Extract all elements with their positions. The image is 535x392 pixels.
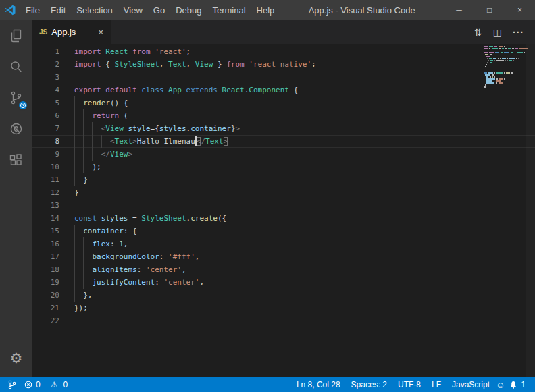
code-token: backgroundColor: [92, 252, 159, 261]
more-actions-icon[interactable]: ···: [509, 27, 528, 38]
line-content: justifyContent: 'center',: [74, 276, 535, 289]
minimap-line: [484, 76, 524, 78]
code-line-1[interactable]: 1import React from 'react';: [32, 45, 535, 58]
line-number[interactable]: 11: [32, 173, 59, 186]
line-number[interactable]: 17: [32, 250, 59, 263]
line-content: });: [74, 302, 535, 314]
notifications-bell[interactable]: 1: [507, 380, 528, 389]
line-number[interactable]: 9: [32, 148, 59, 161]
line-number[interactable]: 6: [32, 109, 59, 122]
minimap-token: [494, 62, 494, 63]
code-line-5[interactable]: 5render() {: [32, 96, 535, 109]
code-line-18[interactable]: 18alignItems: 'center',: [32, 263, 535, 276]
menu-file[interactable]: File: [20, 0, 45, 20]
code-line-14[interactable]: 14const styles = StyleSheet.create({: [32, 212, 535, 225]
line-number[interactable]: 12: [32, 186, 59, 199]
menu-terminal[interactable]: Terminal: [207, 0, 251, 20]
line-content: <Text>Hallo Ilmenau</Text>: [74, 135, 535, 148]
line-number[interactable]: 22: [32, 314, 59, 327]
line-number[interactable]: 13: [32, 199, 59, 212]
minimap-token: [494, 60, 495, 61]
activity-source-control[interactable]: [0, 82, 32, 113]
line-number[interactable]: 20: [32, 289, 59, 302]
code-line-12[interactable]: 12}: [32, 186, 535, 199]
line-number[interactable]: 5: [32, 96, 59, 109]
close-tab-icon[interactable]: ×: [96, 27, 105, 37]
code-line-6[interactable]: 6return (: [32, 109, 535, 122]
git-branch-indicator[interactable]: [5, 380, 19, 389]
code-token: }: [74, 188, 79, 197]
status-indentation[interactable]: Spaces: 2: [347, 380, 391, 389]
minimap[interactable]: [484, 46, 524, 90]
status-cursor-position[interactable]: Ln 8, Col 28: [292, 380, 345, 389]
code-line-9[interactable]: 9</View>: [32, 148, 535, 161]
code-token: const: [74, 214, 101, 223]
activity-search[interactable]: [0, 51, 32, 82]
code-line-8[interactable]: 8<Text>Hallo Ilmenau</Text>: [32, 135, 535, 148]
line-number[interactable]: 18: [32, 263, 59, 276]
minimize-icon[interactable]: ─: [444, 0, 474, 20]
menu-view[interactable]: View: [118, 0, 148, 20]
settings-gear-icon[interactable]: ⚙: [0, 345, 32, 372]
maximize-icon[interactable]: □: [474, 0, 505, 20]
code-token: </: [101, 150, 110, 159]
code-line-3[interactable]: 3: [32, 71, 535, 84]
menu-debug[interactable]: Debug: [170, 0, 207, 20]
line-number[interactable]: 16: [32, 237, 59, 250]
code-token: :: [155, 278, 163, 287]
code-line-4[interactable]: 4export default class App extends React.…: [32, 84, 535, 96]
code-editor[interactable]: 1import React from 'react';2import { Sty…: [32, 44, 535, 377]
code-line-7[interactable]: 7<View style={styles.container}>: [32, 122, 535, 135]
explorer-icon: [8, 28, 24, 44]
close-window-icon[interactable]: ×: [505, 0, 535, 20]
status-language-mode[interactable]: JavaScript: [448, 380, 494, 389]
menu-selection[interactable]: Selection: [71, 0, 118, 20]
activity-explorer[interactable]: [0, 20, 32, 51]
minimap-token: [512, 48, 514, 49]
debug-icon: [8, 121, 24, 137]
open-changes-icon[interactable]: ⇅: [470, 27, 486, 38]
error-count[interactable]: 0: [22, 380, 43, 389]
line-number[interactable]: 10: [32, 161, 59, 173]
status-encoding[interactable]: UTF-8: [394, 380, 425, 389]
activity-extensions[interactable]: [0, 144, 32, 175]
code-line-21[interactable]: 21});: [32, 302, 535, 314]
minimap-token: [486, 64, 488, 65]
code-line-20[interactable]: 20},: [32, 289, 535, 302]
tab-label: App.js: [51, 27, 92, 37]
menu-go[interactable]: Go: [148, 0, 170, 20]
tab-appjs[interactable]: JS App.js ×: [32, 20, 111, 44]
line-number[interactable]: 1: [32, 45, 59, 58]
line-number[interactable]: 14: [32, 212, 59, 225]
line-number[interactable]: 3: [32, 71, 59, 84]
split-editor-icon[interactable]: ◫: [489, 27, 506, 38]
code-line-19[interactable]: 19justifyContent: 'center',: [32, 276, 535, 289]
line-number[interactable]: 21: [32, 302, 59, 314]
scrollbar-gutter[interactable]: [526, 44, 535, 377]
minimap-token: [502, 58, 505, 59]
menu-help[interactable]: Help: [251, 0, 280, 20]
code-line-13[interactable]: 13: [32, 199, 535, 212]
menu-edit[interactable]: Edit: [45, 0, 71, 20]
line-number[interactable]: 2: [32, 58, 59, 71]
code-line-11[interactable]: 11}: [32, 173, 535, 186]
editor-region: JS App.js × ⇅ ◫ ··· 1import React from '…: [32, 20, 535, 377]
code-line-15[interactable]: 15container: {: [32, 225, 535, 237]
minimap-token: [504, 46, 505, 47]
feedback-smiley-icon[interactable]: ☺: [494, 380, 507, 390]
title-bar: FileEditSelectionViewGoDebugTerminalHelp…: [0, 0, 535, 20]
line-number[interactable]: 8: [32, 135, 59, 148]
minimap-token: [484, 52, 488, 53]
line-number[interactable]: 15: [32, 225, 59, 237]
warning-count[interactable]: ⚠ 0: [46, 380, 70, 389]
status-eol[interactable]: LF: [428, 380, 445, 389]
line-number[interactable]: 7: [32, 122, 59, 135]
line-number[interactable]: 19: [32, 276, 59, 289]
activity-debug[interactable]: [0, 113, 32, 144]
line-number[interactable]: 4: [32, 84, 59, 96]
code-line-10[interactable]: 10);: [32, 161, 535, 173]
code-line-22[interactable]: 22: [32, 314, 535, 327]
code-line-16[interactable]: 16flex: 1,: [32, 237, 535, 250]
code-line-17[interactable]: 17backgroundColor: '#fff',: [32, 250, 535, 263]
code-line-2[interactable]: 2import { StyleSheet, Text, View } from …: [32, 58, 535, 71]
